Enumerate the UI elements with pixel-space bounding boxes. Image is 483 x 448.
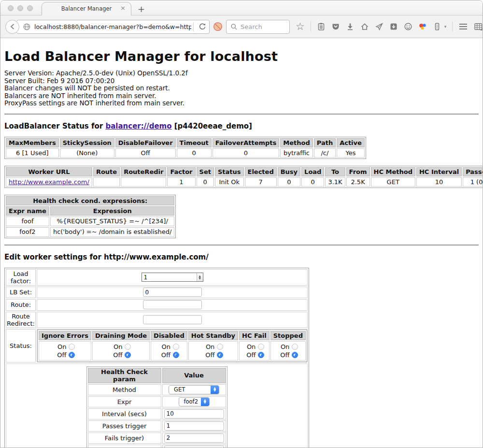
cell-hc-interval: 10: [416, 177, 462, 187]
bookmarks-sidebar-button[interactable]: [317, 22, 326, 31]
col-active: Active: [337, 138, 365, 147]
disabled-on-radio[interactable]: [173, 344, 179, 350]
draining-mode-on-radio[interactable]: [125, 344, 131, 350]
back-arrow-icon: [9, 23, 16, 30]
stopped-on-radio[interactable]: [292, 344, 298, 350]
downloads-button[interactable]: [346, 22, 355, 31]
apps-grid-button[interactable]: [474, 22, 483, 31]
clipboard-icon: [317, 22, 326, 31]
hot-standby-cell: On Off: [188, 341, 238, 361]
hc-params-cell: Health Check param Value Method GET▲▼: [6, 363, 308, 448]
on-label: On: [111, 343, 122, 350]
browser-toolbar: localhost:8880/balancer-manager?b=demo&w…: [0, 15, 483, 38]
on-label: On: [203, 343, 214, 350]
hc-fail-off-radio[interactable]: [258, 352, 264, 358]
hc-row-passes: Passes trigger: [88, 420, 226, 432]
ignore-errors-on-radio[interactable]: [69, 344, 75, 350]
blocker-button[interactable]: [210, 22, 226, 31]
new-tab-button[interactable]: +: [138, 5, 145, 14]
col-hc-method: HC Method: [371, 167, 415, 176]
hc-row-expr: Expr foof2▲▼: [88, 396, 226, 407]
minimize-window-button[interactable]: [17, 5, 23, 11]
fails-cell: [162, 433, 226, 444]
hc-fail-on-radio[interactable]: [258, 344, 264, 350]
cell-busy: 0: [278, 177, 300, 187]
col-path: Path: [314, 138, 336, 147]
table-row: http://www.example.com/ 1 0 Init Ok 7 0 …: [6, 177, 483, 187]
search-icon: [230, 23, 238, 30]
server-version-line: Server Version: Apache/2.5.0-dev (Unix) …: [4, 70, 479, 77]
back-button[interactable]: [5, 20, 19, 34]
col-stickysession: StickySession: [60, 138, 114, 147]
route-label: Route:: [6, 299, 36, 311]
disabled-off-radio[interactable]: [173, 352, 179, 358]
col-hc-param: Health Check param: [88, 368, 161, 383]
lb-set-cell: [37, 287, 308, 298]
server-built-line: Server Built: Feb 9 2016 07:00:20: [4, 77, 479, 85]
passes-input[interactable]: [164, 421, 224, 431]
zoom-window-button[interactable]: [27, 5, 33, 11]
fails-input[interactable]: [164, 434, 224, 443]
balancer-demo-link[interactable]: balancer://demo: [105, 122, 171, 130]
url-bar[interactable]: localhost:8880/balancer-manager?b=demo&w…: [16, 20, 210, 34]
table-header-row: Expr name Expression: [6, 206, 174, 216]
ignore-errors-off-radio[interactable]: [69, 352, 75, 358]
feedback-button[interactable]: [404, 22, 412, 31]
form-row-route: Route:: [6, 299, 308, 311]
col-timeout: Timeout: [177, 138, 212, 147]
on-label: On: [278, 343, 289, 350]
notes-button[interactable]: [433, 22, 441, 31]
hc-params-table: Health Check param Value Method GET▲▼: [86, 366, 227, 448]
load-factor-input[interactable]: [142, 273, 197, 281]
table-header-row: MaxMembers StickySession DisableFailover…: [6, 138, 365, 147]
col-busy: Busy: [278, 167, 300, 176]
send-button[interactable]: [375, 22, 384, 31]
home-button[interactable]: [360, 22, 369, 31]
reload-button[interactable]: [196, 23, 209, 30]
tab-close-icon[interactable]: ×: [120, 5, 126, 11]
search-bar[interactable]: Search: [226, 20, 290, 34]
worker-table: Worker URL Route RouteRedir Factor Set S…: [4, 166, 483, 188]
col-from: From: [346, 167, 370, 176]
col-to: To: [325, 167, 345, 176]
hc-header-row: Health Check param Value: [88, 368, 226, 383]
off-label: Off: [244, 351, 256, 359]
pocket-button[interactable]: [331, 22, 340, 31]
col-worker-url: Worker URL: [6, 167, 92, 176]
bookmark-button[interactable]: ☆: [296, 22, 305, 31]
cell-expr-name: foof2: [6, 227, 49, 237]
stopped-off-radio[interactable]: [292, 352, 298, 358]
hcuri-input[interactable]: [164, 446, 224, 448]
tab-balancer-manager[interactable]: Balancer Manager ×: [42, 2, 131, 15]
method-select[interactable]: GET▲▼: [169, 385, 219, 394]
cell-stickysession: (None): [60, 148, 114, 158]
cell-timeout: 0: [177, 148, 212, 158]
lb-set-label: LB Set:: [6, 287, 36, 298]
edit-worker-form: Load factor: ▲▼ LB Set: Route:: [4, 268, 309, 448]
chevron-down-icon[interactable]: ▾: [444, 24, 447, 29]
route-redirect-input[interactable]: [143, 315, 202, 324]
interval-label: Interval (secs): [88, 408, 161, 419]
cell-factor: 1: [167, 177, 195, 187]
col-set: Set: [197, 167, 214, 176]
stopped-cell: On Off: [270, 341, 306, 361]
hot-standby-on-radio[interactable]: [217, 344, 223, 350]
globe-icon: [23, 23, 31, 31]
worker-url-link[interactable]: http://www.example.com/: [9, 178, 89, 186]
close-window-button[interactable]: [8, 5, 14, 11]
draining-mode-off-radio[interactable]: [125, 352, 131, 358]
col-stopped: Stopped: [270, 331, 306, 340]
number-stepper-icon[interactable]: ▲▼: [197, 273, 203, 281]
expr-select[interactable]: foof2▲▼: [179, 397, 210, 406]
menu-button[interactable]: [458, 23, 468, 30]
lb-set-input[interactable]: [143, 288, 202, 297]
save-to-box-button[interactable]: [389, 22, 398, 31]
col-ignore-errors: Ignore Errors: [39, 331, 91, 340]
route-input[interactable]: [143, 300, 202, 309]
extension-dots-button[interactable]: [418, 22, 427, 31]
form-row-status: Status: Ignore Errors Draining Mode Disa…: [6, 329, 308, 362]
interval-input[interactable]: [164, 409, 224, 419]
col-elected: Elected: [245, 167, 277, 176]
window-controls: [8, 5, 33, 11]
hot-standby-off-radio[interactable]: [217, 352, 223, 358]
